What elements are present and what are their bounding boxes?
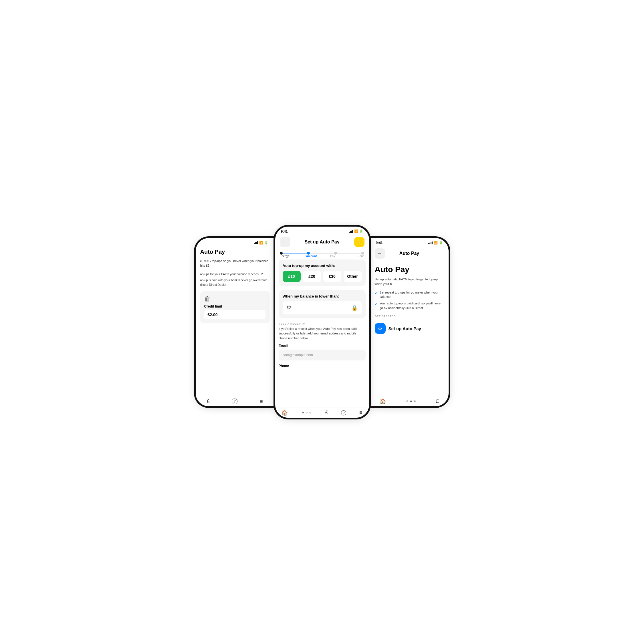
topup-label: Auto top-up my account with:: [283, 263, 362, 268]
header-title-right: Auto Pay: [399, 251, 419, 256]
center-scroll: Auto top-up my account with: £10 £20 £30…: [275, 259, 369, 415]
step-line-2: [337, 253, 361, 253]
center-header: ← Set up Auto Pay ⚡: [275, 235, 369, 249]
signal-icon-center: [349, 230, 353, 233]
progress-dots: [280, 252, 364, 255]
right-bullet-text-1: Set repeat top-ups for yo meter when you…: [380, 290, 444, 299]
scene: 📶 🔋 Auto Pay c PAYG top-ups so you never…: [165, 225, 479, 419]
topup-section: Auto top-up my account with: £10 £20 £30…: [279, 259, 366, 286]
step-dot-3: [361, 252, 364, 255]
amount-20[interactable]: £20: [303, 271, 321, 282]
back-button-center[interactable]: ←: [280, 237, 290, 247]
step-label-amount: Amount: [301, 255, 322, 258]
infinity-icon: ∞: [375, 323, 386, 334]
status-bar-left: 📶 🔋: [196, 238, 274, 246]
status-icons-left: 📶 🔋: [254, 241, 268, 245]
left-bullet-1: op-ups for your PAYG your balance reache…: [200, 272, 270, 277]
left-description: c PAYG top-ups so you never when your ba…: [200, 259, 270, 268]
progress-container: Energy Amount Pay Done: [275, 249, 369, 259]
balance-value: £2: [287, 305, 292, 310]
nav-bar-left: £ ? ≡: [196, 396, 274, 406]
nav-menu-left[interactable]: ≡: [260, 399, 263, 405]
check-icon-1: ✓: [375, 291, 378, 299]
battery-icon-center: 🔋: [359, 229, 363, 233]
step-dot-0: [280, 252, 283, 255]
phone-center: 9:41 📶 🔋 ← Set up Auto Pay ⚡: [274, 225, 371, 419]
lightning-icon: ⚡: [356, 239, 362, 245]
header-title-center: Set up Auto Pay: [304, 239, 339, 245]
right-content: Auto Pay Set up automatic PAYG top-u for…: [370, 260, 449, 395]
back-button-right[interactable]: ←: [375, 248, 385, 259]
nav-help-left[interactable]: ?: [232, 399, 237, 404]
step-line-1: [310, 253, 334, 253]
status-icons-center: 📶 🔋: [349, 229, 363, 233]
left-card-value: £2.00: [204, 310, 265, 319]
battery-icon-right: 🔋: [439, 241, 443, 245]
nav-bar-center: 🏠 ⚬⚬⚬ £ ? ≡: [275, 407, 369, 418]
right-bullet-2: ✓ Your auto top-up is paid card, so you'…: [375, 301, 444, 310]
amount-options: £10 £20 £30 Other: [283, 271, 362, 282]
nav-usage-right[interactable]: ⚬⚬⚬: [405, 399, 417, 404]
wifi-icon-left: 📶: [259, 241, 263, 245]
step-dot-1: [307, 252, 310, 255]
email-input[interactable]: sam@example.com: [279, 350, 366, 360]
receipt-label: NEED A RECEIPT?: [279, 322, 366, 325]
nav-usage-center[interactable]: ⚬⚬⚬: [301, 410, 312, 415]
right-bullets: ✓ Set repeat top-ups for yo meter when y…: [375, 290, 444, 310]
setup-btn-text: Set up Auto Pay: [389, 326, 421, 331]
email-label: Email: [279, 344, 366, 348]
phone-left: 📶 🔋 Auto Pay c PAYG top-ups so you never…: [194, 236, 274, 408]
progress-labels: Energy Amount Pay Done: [280, 255, 364, 258]
left-bullet-2: op-up is paid with your bank ll never go…: [200, 278, 270, 287]
step-label-done: Done: [343, 255, 364, 258]
amount-10[interactable]: £10: [283, 271, 301, 282]
phone-label: Phone: [279, 364, 366, 368]
balance-input-row: £2 🔒: [283, 301, 362, 314]
nav-menu-center[interactable]: ≡: [359, 410, 362, 416]
receipt-desc: If you'd like a receipt when your Auto P…: [279, 326, 366, 341]
nav-pound-left[interactable]: £: [207, 399, 209, 405]
get-started-label: GET STARTED: [375, 315, 444, 318]
nav-pound-right[interactable]: £: [436, 398, 439, 404]
check-icon-2: ✓: [375, 302, 378, 310]
nav-bar-right: 🏠 ⚬⚬⚬ £: [370, 396, 449, 406]
phone-right: 9:41 📶 🔋 ← Auto Pay: [370, 236, 450, 408]
nav-home-right[interactable]: 🏠: [380, 398, 386, 405]
trash-icon: 🗑: [204, 295, 265, 303]
left-card-label: Credit limit: [204, 304, 265, 308]
time-right: 9:41: [376, 241, 383, 245]
wifi-icon-right: 📶: [434, 241, 438, 245]
left-content: Auto Pay c PAYG top-ups so you never whe…: [196, 246, 274, 395]
step-dot-2: [334, 252, 337, 255]
step-label-energy: Energy: [280, 255, 301, 258]
balance-label: When my balance is lower than:: [283, 294, 362, 298]
time-center: 9:41: [281, 229, 288, 233]
wifi-icon-center: 📶: [354, 229, 358, 233]
signal-icon-right: [428, 241, 433, 244]
lightning-button[interactable]: ⚡: [354, 237, 364, 247]
status-icons-right: 📶 🔋: [428, 241, 443, 245]
setup-auto-pay-button[interactable]: ∞ Set up Auto Pay: [375, 323, 444, 334]
status-bar-right: 9:41 📶 🔋: [370, 238, 449, 246]
amount-other[interactable]: Other: [344, 271, 362, 282]
nav-home-center[interactable]: 🏠: [282, 410, 288, 416]
receipt-section: NEED A RECEIPT? If you'd like a receipt …: [279, 322, 366, 368]
status-bar-center: 9:41 📶 🔋: [275, 227, 369, 235]
left-card: 🗑 Credit limit £2.00: [200, 291, 270, 323]
step-line-0: [283, 253, 307, 253]
right-bullet-1: ✓ Set repeat top-ups for yo meter when y…: [375, 290, 444, 299]
left-title: Auto Pay: [200, 249, 270, 255]
battery-icon-left: 🔋: [264, 241, 268, 245]
right-bullet-text-2: Your auto top-up is paid card, so you'll…: [380, 301, 444, 310]
step-label-pay: Pay: [322, 255, 343, 258]
right-description: Set up automatic PAYG top-u forget to to…: [375, 277, 444, 286]
nav-pound-center[interactable]: £: [325, 410, 328, 416]
signal-icon-left: [254, 241, 258, 244]
right-header: ← Auto Pay: [370, 246, 449, 260]
balance-section: When my balance is lower than: £2 🔒: [279, 290, 366, 318]
nav-help-center[interactable]: ?: [341, 410, 346, 415]
left-bullets: op-ups for your PAYG your balance reache…: [200, 272, 270, 287]
amount-30[interactable]: £30: [323, 271, 341, 282]
lock-icon: 🔒: [351, 305, 358, 311]
right-main-title: Auto Pay: [375, 265, 444, 274]
